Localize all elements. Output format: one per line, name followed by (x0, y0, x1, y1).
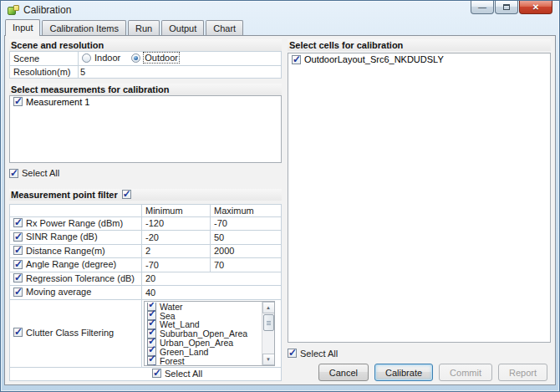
minimize-button[interactable]: — (471, 1, 494, 14)
outdoor-radio-icon[interactable] (131, 53, 140, 63)
measurement-checkbox[interactable] (13, 97, 23, 106)
distance-label: Distance Range(m) (26, 246, 105, 256)
minimum-column-header: Minimum (142, 204, 211, 216)
title-bar[interactable]: Calibration — ✕ (1, 1, 559, 19)
close-button[interactable]: ✕ (519, 1, 552, 14)
clutter-checkbox[interactable] (13, 328, 23, 337)
measurement-list-item[interactable]: Measurement 1 (10, 96, 281, 107)
cell-checkbox[interactable] (292, 55, 301, 64)
clutter-listbox[interactable]: Water Sea Wet_Land Suburban_Open_Area Ur… (144, 301, 275, 366)
commit-button: Commit (439, 364, 492, 381)
cells-select-all-row: Select All (288, 346, 551, 361)
indoor-radio-icon[interactable] (82, 53, 91, 63)
filter-row-moving-average: Moving average 40 (10, 286, 282, 300)
tab-output[interactable]: Output (161, 20, 204, 35)
angle-label: Angle Range (degree) (26, 259, 116, 269)
scene-radio-indoor[interactable]: Indoor (82, 53, 120, 63)
clutter-item[interactable]: Sea (145, 311, 262, 320)
clutter-select-all-label: Select All (165, 369, 202, 379)
maximize-button[interactable] (495, 1, 518, 14)
clutter-item[interactable]: Urban_Open_Area (145, 339, 262, 348)
resolution-input[interactable]: 5 (79, 65, 282, 78)
distance-max-input[interactable]: 2000 (211, 244, 282, 258)
rx-power-min-input[interactable]: -120 (142, 216, 211, 231)
regression-label: Regression Tolerance (dB) (26, 273, 135, 283)
cells-select-all-checkbox[interactable] (288, 349, 297, 358)
cells-select-all[interactable]: Select All (288, 349, 338, 359)
filter-section-header: Measurement point filter (9, 189, 282, 201)
rx-power-label: Rx Power Range (dBm) (26, 218, 123, 228)
tab-bar: Input Calibration Items Run Output Chart (4, 19, 556, 35)
arrow-down-icon: ▼ (266, 357, 271, 362)
tab-input[interactable]: Input (5, 19, 40, 36)
scene-label: Scene (10, 52, 79, 66)
measurements-select-all-checkbox[interactable] (9, 169, 18, 178)
sinr-max-input[interactable]: 50 (211, 231, 282, 245)
clutter-item[interactable]: Suburban_Open_Area (145, 329, 262, 339)
clutter-item[interactable]: Wet_Land (145, 320, 262, 329)
scene-section-header: Scene and resolution (9, 39, 282, 51)
tab-run[interactable]: Run (128, 20, 160, 35)
calibrate-button[interactable]: Calibrate (374, 364, 433, 381)
resolution-label: Resolution(m) (10, 65, 79, 78)
scene-row: Scene Indoor Outdoor (10, 52, 282, 66)
outdoor-radio-label: Outdoor (144, 53, 179, 63)
cells-listbox[interactable]: OutdoorLayout_Src6_NKDUDSLY (288, 53, 551, 343)
window-title: Calibration (23, 4, 71, 16)
measurements-select-all[interactable]: Select All (9, 168, 59, 178)
input-tab-page: Scene and resolution Scene Indoor O (4, 35, 556, 385)
maximum-column-header: Maximum (211, 204, 282, 216)
left-panel: Scene and resolution Scene Indoor O (9, 39, 282, 381)
angle-min-input[interactable]: -70 (142, 258, 211, 272)
scroll-thumb[interactable] (263, 314, 274, 331)
sinr-min-input[interactable]: -20 (142, 231, 211, 245)
clutter-select-all-checkbox[interactable] (152, 369, 161, 378)
distance-checkbox[interactable] (13, 246, 23, 255)
sinr-label: SINR Range (dB) (26, 232, 98, 242)
tab-calibration-items[interactable]: Calibration Items (42, 20, 126, 35)
filter-row-distance: Distance Range(m) 2 2000 (10, 244, 282, 258)
filter-table: Minimum Maximum Rx Power Range (dBm) -12… (9, 204, 282, 382)
regression-value-input[interactable]: 20 (142, 272, 282, 286)
regression-checkbox[interactable] (13, 273, 23, 283)
scene-table: Scene Indoor Outdoor (9, 51, 282, 79)
report-button: Report (498, 364, 547, 381)
moving-average-value-input[interactable]: 40 (142, 286, 282, 300)
moving-average-checkbox[interactable] (13, 288, 23, 297)
cell-label: OutdoorLayout_Src6_NKDUDSLY (304, 54, 444, 64)
rx-power-checkbox[interactable] (13, 218, 23, 227)
angle-checkbox[interactable] (13, 260, 23, 269)
cancel-button[interactable]: Cancel (318, 364, 369, 381)
clutter-item[interactable]: Water (145, 303, 262, 312)
measurements-section-header: Select measurements for calibration (9, 84, 282, 95)
measurements-select-all-row: Select All (9, 166, 282, 181)
indoor-radio-label: Indoor (94, 53, 120, 63)
clutter-item-label: Forest (160, 357, 185, 365)
filter-row-angle: Angle Range (degree) -70 70 (10, 258, 282, 272)
cells-section-title: Select cells for calibration (289, 40, 403, 50)
moving-average-label: Moving average (26, 287, 91, 297)
clutter-select-all[interactable]: Select All (152, 369, 202, 379)
clutter-scrollbar[interactable]: ▲ ▼ (262, 302, 274, 365)
measurements-listbox[interactable]: Measurement 1 (9, 95, 282, 163)
footer-buttons: Cancel Calibrate Commit Report (288, 361, 551, 381)
clutter-item[interactable]: Green_Land (145, 347, 262, 356)
sinr-checkbox[interactable] (13, 232, 23, 242)
tab-chart[interactable]: Chart (206, 20, 243, 35)
distance-min-input[interactable]: 2 (142, 244, 211, 258)
rx-power-max-input[interactable]: -70 (211, 216, 282, 231)
scene-radio-outdoor[interactable]: Outdoor (131, 53, 179, 63)
scroll-down-button[interactable]: ▼ (262, 354, 275, 365)
cell-list-item[interactable]: OutdoorLayout_Src6_NKDUDSLY (288, 53, 550, 64)
measurement-label: Measurement 1 (26, 97, 89, 107)
angle-max-input[interactable]: 70 (211, 258, 282, 272)
clutter-item[interactable]: Forest (145, 356, 262, 364)
filter-section-checkbox[interactable] (122, 190, 131, 199)
cells-select-all-label: Select All (300, 349, 338, 359)
clutter-item-label: Wet_Land (160, 320, 200, 328)
clutter-item-label: Green_Land (160, 348, 208, 356)
clutter-item-label: Urban_Open_Area (160, 339, 233, 347)
clutter-item-label: Water (160, 303, 183, 311)
filter-header-row: Minimum Maximum (10, 204, 282, 216)
scroll-up-button[interactable]: ▲ (262, 302, 275, 313)
